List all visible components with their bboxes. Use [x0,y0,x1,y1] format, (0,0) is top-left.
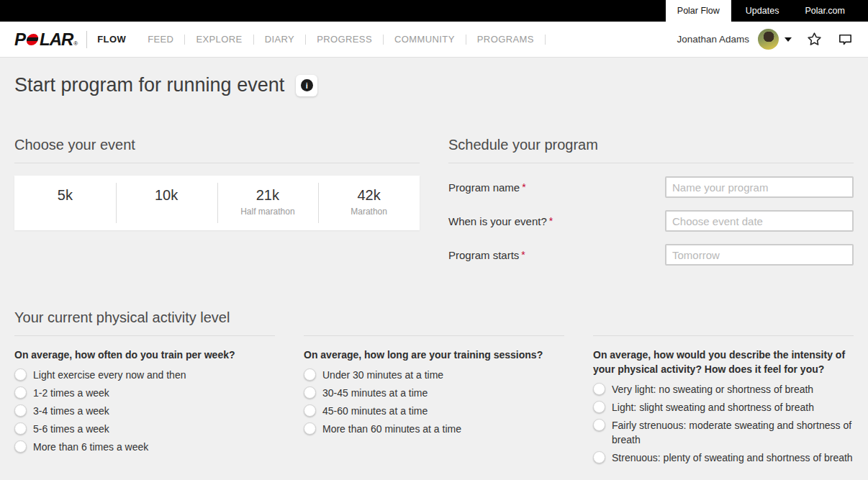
polar-logo-o-icon [25,34,39,45]
radio-option[interactable]: Light: slight sweating and shortness of … [593,400,854,415]
event-option-21k[interactable]: 21k Half marathon [217,176,319,230]
event-date-input[interactable] [665,210,854,232]
event-option-42k[interactable]: 42k Marathon [318,176,420,230]
nav-divider [466,35,466,45]
radio-option[interactable]: Light exercise every now and then [14,368,275,382]
radio-option[interactable]: 30-45 minutes at a time [304,386,564,400]
option-label: 30-45 minutes at a time [322,386,428,400]
avatar[interactable] [758,29,779,50]
event-distance: 42k [358,187,381,204]
option-label: Light: slight sweating and shortness of … [612,400,814,415]
favorites-star-icon[interactable] [806,31,823,47]
radio-button-icon[interactable] [593,401,605,413]
schedule-form: Program name* When is your event?* Progr… [448,176,854,266]
radio-button-icon[interactable] [14,386,27,399]
intensity-question: On average, how would you describe the i… [593,348,854,376]
page-content: Start program for running event i Choose… [0,58,868,468]
topbar-tab-polar-flow[interactable]: Polar Flow [666,0,731,22]
radio-option[interactable]: 5-6 times a week [14,422,275,436]
polar-logo[interactable]: P LAR ® [14,30,78,50]
nav-item-diary[interactable]: DIARY [265,34,295,45]
radio-button-icon[interactable] [593,383,605,395]
radio-option[interactable]: Under 30 minutes at a time [304,368,564,382]
radio-option[interactable]: Strenuous: plenty of sweating and shortn… [593,450,854,465]
radio-button-icon[interactable] [304,368,316,381]
topbar-tab-updates[interactable]: Updates [734,0,791,22]
polar-logo-lar: LAR [40,30,73,50]
label-text: Program starts [448,249,519,261]
main-navbar: P LAR ® FLOW FEED EXPLORE DIARY PROGRESS… [0,22,868,58]
event-option-10k[interactable]: 10k [116,176,217,230]
program-name-row: Program name* [448,176,854,199]
radio-button-icon[interactable] [304,386,316,399]
event-distance: 5k [58,187,73,204]
user-name[interactable]: Jonathan Adams [677,34,749,45]
nav-item-explore[interactable]: EXPLORE [196,34,242,45]
activity-grid: On average, how often do you train per w… [14,326,854,468]
group-divider [304,335,564,336]
choose-event-section: Choose your event 5k 10k 21k Half marath… [14,137,420,277]
event-distance: 10k [155,187,178,204]
group-divider [593,335,854,336]
program-name-input[interactable] [665,176,854,198]
radio-button-icon[interactable] [593,419,605,431]
schedule-section: Schedule your program Program name* When… [448,137,854,277]
chevron-down-icon[interactable] [785,37,792,42]
nav-item-progress[interactable]: PROGRESS [317,34,372,45]
radio-button-icon[interactable] [14,422,27,435]
topbar-tab-polar-com[interactable]: Polar.com [793,0,856,22]
option-label: 5-6 times a week [33,422,109,436]
group-divider [14,335,275,336]
nav-divider [545,35,546,45]
radio-button-icon[interactable] [14,404,27,417]
frequency-options: Light exercise every now and then 1-2 ti… [14,368,275,454]
messages-chat-icon[interactable] [837,31,854,47]
radio-option[interactable]: More than 6 times a week [14,440,275,454]
schedule-heading: Schedule your program [448,137,854,153]
radio-option[interactable]: 45-60 minutes at a time [304,404,564,418]
program-name-label: Program name* [448,181,526,194]
upper-sections: Choose your event 5k 10k 21k Half marath… [14,137,854,277]
radio-option[interactable]: Fairly strenuous: moderate sweating and … [593,418,854,447]
event-sublabel: Half marathon [240,207,294,217]
event-sublabel: Marathon [351,207,387,217]
option-label: Light exercise every now and then [33,368,186,382]
event-date-row: When is your event?* [448,209,854,232]
radio-button-icon[interactable] [14,368,27,381]
required-mark: * [521,249,525,261]
nav-item-community[interactable]: COMMUNITY [394,34,455,45]
radio-option[interactable]: 1-2 times a week [14,386,275,400]
info-icon: i [301,79,313,91]
radio-option[interactable]: 3-4 times a week [14,404,275,418]
option-label: More than 6 times a week [33,440,148,454]
radio-button-icon[interactable] [593,451,605,463]
label-text: Program name [448,181,520,194]
info-button[interactable]: i [296,75,317,96]
brand-separator [86,31,87,48]
option-label: 3-4 times a week [33,404,109,418]
radio-button-icon[interactable] [304,404,316,417]
radio-button-icon[interactable] [14,440,27,453]
option-label: Under 30 minutes at a time [322,368,443,382]
nav-divider [383,35,384,45]
option-label: 45-60 minutes at a time [322,404,428,418]
option-label: Fairly strenuous: moderate sweating and … [612,418,854,447]
nav-item-flow[interactable]: FLOW [97,34,126,45]
activity-group-intensity: On average, how would you describe the i… [593,326,854,468]
activity-section: Your current physical activity level On … [14,309,854,468]
radio-option[interactable]: Very light: no sweating or shortness of … [593,382,854,397]
radio-button-icon[interactable] [304,422,316,435]
intensity-options: Very light: no sweating or shortness of … [593,382,854,465]
label-text: When is your event? [448,215,547,227]
nav-divider [305,35,306,45]
duration-options: Under 30 minutes at a time 30-45 minutes… [304,368,564,436]
radio-option[interactable]: More than 60 minutes at a time [304,422,564,436]
event-option-5k[interactable]: 5k [14,176,116,230]
nav-item-programs[interactable]: PROGRAMS [477,34,534,45]
option-label: Very light: no sweating or shortness of … [612,382,813,397]
nav-item-feed[interactable]: FEED [148,34,173,45]
registered-mark: ® [73,40,78,47]
activity-group-frequency: On average, how often do you train per w… [14,326,275,468]
program-starts-label: Program starts* [448,249,525,261]
program-starts-input[interactable] [665,244,854,266]
